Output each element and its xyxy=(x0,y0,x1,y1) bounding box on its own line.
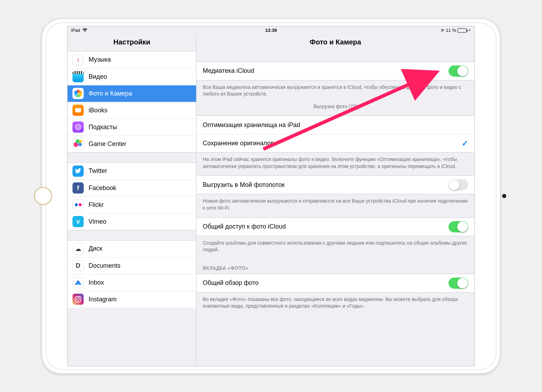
podcasts-icon xyxy=(72,121,84,133)
sidebar-item-photos[interactable]: Фото и Камера xyxy=(68,85,196,102)
row-label: Общий обзор фото xyxy=(203,279,449,287)
device-label: iPad xyxy=(71,28,80,33)
screen: iPad 13:39 ⟳ 11 % ⚡︎ Настройки ♪ Музыка xyxy=(67,26,475,366)
sidebar-item-documents[interactable]: D Documents xyxy=(68,257,196,274)
sidebar-item-music[interactable]: ♪ Музыка xyxy=(68,51,196,68)
sidebar-item-flickr[interactable]: Flickr xyxy=(68,196,196,213)
sidebar-item-label: Game Center xyxy=(89,140,126,148)
storage-desc: На этом iPad сейчас хранятся оригиналы ф… xyxy=(196,153,474,175)
row-label: Выгрузить в Мой фотопоток xyxy=(203,181,449,189)
vimeo-icon: v xyxy=(72,216,84,227)
ipad-frame: iPad 13:39 ⟳ 11 % ⚡︎ Настройки ♪ Музыка xyxy=(42,19,500,374)
sidebar-item-label: Facebook xyxy=(89,184,116,192)
svg-point-5 xyxy=(79,297,80,298)
battery-icon xyxy=(458,28,467,33)
photostream-desc: Новые фото автоматически выгружаются и о… xyxy=(196,194,474,217)
row-label: Общий доступ к фото iCloud xyxy=(203,223,449,230)
row-photo-summary[interactable]: Общий обзор фото xyxy=(196,274,474,292)
documents-icon: D xyxy=(72,260,84,271)
toggle-icloud-sharing[interactable] xyxy=(449,221,468,232)
flickr-icon xyxy=(72,199,84,210)
photos-icon xyxy=(72,88,84,99)
sidebar-item-label: Подкасты xyxy=(89,124,117,131)
summary-desc: Во вкладке «Фото» показаны все фото, нах… xyxy=(196,293,474,315)
sidebar-item-podcasts[interactable]: Подкасты xyxy=(68,119,196,135)
battery-pct: 11 % xyxy=(446,28,456,33)
uploading-status: Выгрузка фото (72) xyxy=(196,103,474,116)
sidebar-item-facebook[interactable]: f Facebook xyxy=(68,180,196,196)
charging-icon: ⚡︎ xyxy=(468,28,471,33)
wifi-icon xyxy=(82,28,88,33)
toggle-photostream[interactable] xyxy=(449,179,468,190)
sidebar-item-label: Vimeo xyxy=(89,218,106,225)
sidebar-item-vimeo[interactable]: v Vimeo xyxy=(68,213,196,230)
sidebar-title: Настройки xyxy=(68,35,196,51)
clock: 13:39 xyxy=(265,28,277,33)
page-title: Фото и Камера xyxy=(196,35,474,51)
row-optimize-storage[interactable]: Оптимизация хранилища на iPad xyxy=(196,116,474,134)
sidebar-item-label: iBooks xyxy=(89,107,107,114)
toggle-photo-summary[interactable] xyxy=(449,278,468,289)
sidebar-item-disk[interactable]: ☁︎ Диск xyxy=(68,240,196,257)
inbox-icon xyxy=(72,277,84,288)
section-header-phototab: ВКЛАДКА «ФОТО» xyxy=(196,259,474,274)
sidebar-item-instagram[interactable]: Instagram xyxy=(68,291,196,308)
checkmark-icon: ✓ xyxy=(462,139,468,148)
sidebar-item-label: Музыка xyxy=(89,56,111,63)
row-keep-originals[interactable]: Сохранение оригиналов ✓ xyxy=(196,134,474,152)
sidebar-item-label: Flickr xyxy=(89,201,104,209)
instagram-icon xyxy=(72,294,84,305)
front-camera xyxy=(502,194,506,198)
twitter-icon xyxy=(72,166,84,177)
row-label: Оптимизация хранилища на iPad xyxy=(203,121,468,129)
facebook-icon: f xyxy=(72,182,84,194)
sidebar-item-inbox[interactable]: Inbox xyxy=(68,274,196,291)
sidebar-item-label: Диск xyxy=(89,245,102,252)
row-photostream[interactable]: Выгрузить в Мой фотопоток xyxy=(196,176,474,194)
rotation-lock-icon: ⟳ xyxy=(441,28,444,33)
sidebar-item-twitter[interactable]: Twitter xyxy=(68,163,196,180)
row-icloud-library[interactable]: Медиатека iCloud xyxy=(196,62,474,80)
sidebar-item-ibooks[interactable]: iBooks xyxy=(68,102,196,119)
sidebar-item-label: Documents xyxy=(89,262,120,270)
sidebar-item-gamecenter[interactable]: Game Center xyxy=(68,135,196,152)
music-icon: ♪ xyxy=(72,54,84,65)
ibooks-icon xyxy=(72,105,84,116)
row-label: Медиатека iCloud xyxy=(203,67,449,75)
sharing-desc: Создайте альбомы для совместного использ… xyxy=(196,236,474,259)
home-button[interactable] xyxy=(34,187,52,205)
gamecenter-icon xyxy=(72,138,84,149)
row-icloud-sharing[interactable]: Общий доступ к фото iCloud xyxy=(196,218,474,236)
sidebar-item-label: Instagram xyxy=(89,296,117,303)
sidebar-item-label: Twitter xyxy=(89,167,107,175)
cloud-icon: ☁︎ xyxy=(72,243,84,254)
row-label: Сохранение оригиналов xyxy=(203,140,462,147)
main-panel: Фото и Камера Медиатека iCloud Вся Ваша … xyxy=(196,35,474,366)
svg-point-2 xyxy=(78,127,79,128)
sidebar-item-label: Inbox xyxy=(89,279,104,286)
sidebar: Настройки ♪ Музыка Видео xyxy=(68,35,196,366)
toggle-icloud-library[interactable] xyxy=(449,65,468,77)
sidebar-item-label: Фото и Камера xyxy=(89,90,132,97)
sidebar-item-video[interactable]: Видео xyxy=(68,68,196,85)
status-bar: iPad 13:39 ⟳ 11 % ⚡︎ xyxy=(68,26,474,35)
sidebar-item-label: Видео xyxy=(89,73,107,80)
video-icon xyxy=(72,71,84,82)
icloud-desc: Вся Ваша медиатека автоматически выгружа… xyxy=(196,80,474,103)
svg-point-4 xyxy=(77,298,79,301)
